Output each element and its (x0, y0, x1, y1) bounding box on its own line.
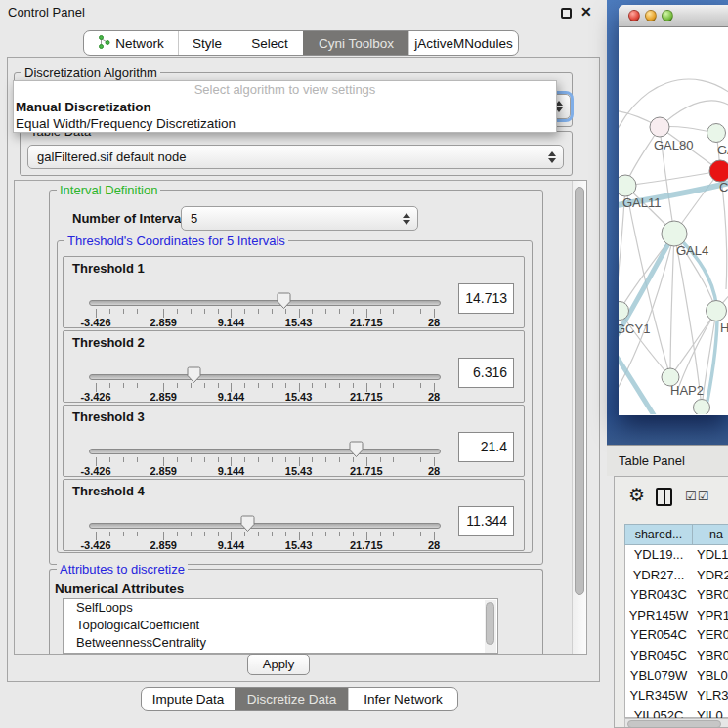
tick-label: 21.715 (350, 539, 383, 551)
column-header-shared[interactable]: shared... (624, 524, 693, 545)
slider-thumb[interactable] (187, 366, 201, 384)
cyni-mode-tabs: Impute DataDiscretize DataInfer Network (141, 687, 458, 711)
threshold-value-input[interactable]: 21.4 (458, 432, 514, 462)
vertical-scrollbar[interactable] (572, 181, 586, 654)
table-row[interactable]: YBL079WYBL0 (624, 666, 728, 686)
scrollbar-thumb[interactable] (575, 187, 584, 595)
attribute-item[interactable]: SelfLoops (64, 599, 497, 617)
network-icon (98, 35, 110, 52)
column-header-name[interactable]: na (692, 524, 728, 545)
attribute-item[interactable]: BetweennessCentrality (64, 634, 497, 652)
table-row[interactable]: YBR043CYBR0 (624, 585, 728, 605)
network-node[interactable] (619, 175, 636, 196)
gear-icon[interactable]: ⚙ (628, 484, 645, 506)
close-traffic-light-icon[interactable] (628, 10, 640, 21)
numerical-attributes-list[interactable]: SelfLoopsTopologicalCoefficientBetweenne… (63, 598, 498, 654)
number-of-intervals-combobox[interactable]: 5 (181, 206, 418, 231)
network-edge[interactable] (670, 234, 674, 377)
close-icon[interactable]: ✕ (580, 4, 592, 20)
tick-label: -3.426 (80, 465, 110, 477)
tab-select[interactable]: Select (236, 31, 303, 55)
tick-label: 28 (428, 539, 440, 551)
network-edge[interactable] (670, 311, 716, 377)
slider-track[interactable] (89, 449, 441, 454)
algorithm-option[interactable]: Manual Discretization (14, 99, 556, 115)
apply-button[interactable]: Apply (247, 654, 310, 675)
node-label: GCY1 (619, 321, 650, 336)
algorithm-option[interactable]: Equal Width/Frequency Discretization (14, 115, 556, 132)
combo-arrows-icon (548, 151, 556, 163)
table-row[interactable]: YDL19...YDL1 (624, 545, 728, 565)
cell-shared-name: YBR043C (624, 585, 693, 605)
scrollbar-thumb[interactable] (627, 720, 721, 728)
threshold-label: Threshold 2 (72, 335, 145, 350)
threshold-label: Threshold 1 (72, 261, 145, 276)
tab-network[interactable]: Network (84, 31, 178, 55)
tab-label: Impute Data (152, 692, 225, 707)
threshold-value-input[interactable]: 11.344 (458, 506, 514, 536)
network-edge[interactable] (625, 171, 720, 186)
slider-track[interactable] (89, 374, 441, 380)
slider-track[interactable] (89, 300, 441, 306)
tab-impute-data[interactable]: Impute Data (142, 688, 235, 710)
network-node[interactable] (707, 124, 726, 143)
tick-label: 2.859 (150, 539, 177, 551)
scrollbar-thumb[interactable] (486, 602, 494, 645)
attribute-item[interactable]: TopologicalCoefficient (64, 617, 497, 634)
tab-label: Discretize Data (247, 692, 337, 707)
screenshot-root: Control Panel ✕ NetworkStyleSelectCyni T… (0, 0, 728, 728)
tab-discretize-data[interactable]: Discretize Data (235, 688, 348, 710)
threshold-value-input[interactable]: 6.316 (458, 358, 514, 388)
cell-name: YBR0 (697, 646, 728, 665)
checkbox-icons[interactable]: ☑☑ (685, 489, 709, 503)
slider-tick-labels: -3.4262.8599.14415.4321.71528 (96, 539, 434, 552)
tab-label: jActiveMNodules (414, 36, 513, 51)
cell-shared-name: YDR27... (624, 566, 693, 585)
tick-label: 2.859 (150, 465, 177, 477)
number-of-intervals-label: Number of Intervals (72, 211, 192, 226)
threshold-value-input[interactable]: 14.713 (458, 283, 514, 314)
control-panel-tabs: NetworkStyleSelectCyni ToolboxjActiveMNo… (83, 30, 519, 56)
combo-arrows-icon (403, 213, 410, 225)
list-scrollbar[interactable] (485, 600, 496, 654)
table-row[interactable]: YLR345WYLR3 (624, 686, 728, 706)
node-label: HAP2 (670, 383, 704, 398)
network-edge[interactable] (660, 101, 728, 127)
tick-label: 15.43 (285, 465, 313, 477)
network-node[interactable] (650, 117, 669, 137)
table-row[interactable]: YPR145WYPR1 (624, 606, 728, 625)
table-row[interactable]: YER054CYER0 (624, 625, 728, 645)
table-panel-titlebar: Table Panel (607, 445, 728, 476)
horizontal-scrollbar[interactable] (624, 718, 728, 728)
threshold-panel: Threshold 4 -3.4262.8599.14415.4321.7152… (63, 479, 525, 551)
table-row[interactable]: YDR27...YDR2 (624, 566, 728, 585)
tab-infer-network[interactable]: Infer Network (348, 688, 457, 710)
cell-shared-name: YBL079W (624, 666, 693, 686)
network-window-titlebar[interactable] (619, 5, 728, 27)
tick-label: 21.715 (350, 465, 383, 477)
threshold-label: Threshold 3 (72, 409, 145, 424)
slider-thumb[interactable] (240, 515, 255, 533)
threshold-label: Threshold 4 (72, 484, 145, 498)
node-label: GAL4 (676, 243, 708, 258)
tab-cyni-toolbox[interactable]: Cyni Toolbox (303, 31, 408, 55)
cell-name: YLR3 (697, 686, 728, 706)
slider-thumb[interactable] (349, 441, 364, 458)
tab-style[interactable]: Style (178, 31, 236, 55)
float-window-icon[interactable] (561, 8, 572, 19)
network-node[interactable] (709, 160, 728, 182)
cell-shared-name: YDL19... (624, 545, 693, 565)
minimize-traffic-light-icon[interactable] (645, 10, 657, 21)
network-node[interactable] (694, 400, 710, 415)
split-columns-icon[interactable] (656, 488, 672, 506)
slider-track[interactable] (89, 523, 441, 529)
network-node[interactable] (707, 301, 727, 321)
zoom-traffic-light-icon[interactable] (662, 10, 673, 21)
algorithm-hint: Select algorithm to view settings (14, 81, 556, 99)
tab-jactivemnodules[interactable]: jActiveMNodules (408, 31, 518, 55)
control-panel-titlebar: Control Panel ✕ (0, 0, 607, 25)
table-row[interactable]: YBR045CYBR0 (624, 646, 728, 665)
network-canvas[interactable]: GAL80GACGAL11GAL4GCY1HHAP2 (619, 27, 728, 414)
slider-thumb[interactable] (277, 292, 291, 310)
table-data-combobox[interactable]: galFiltered.sif default node (27, 145, 564, 169)
